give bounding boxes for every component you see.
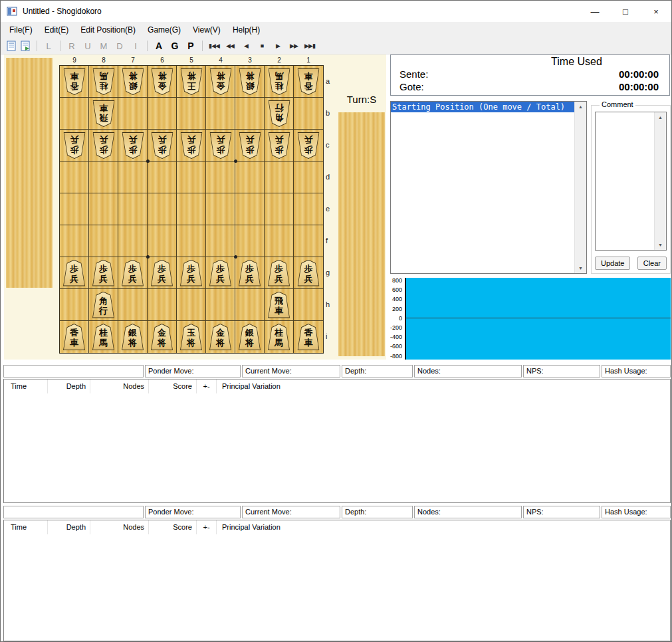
shogi-piece-gote[interactable]: 歩兵 bbox=[238, 132, 261, 159]
board-cell-9a[interactable]: 香車 bbox=[60, 66, 89, 98]
scroll-up-icon[interactable]: ▲ bbox=[575, 104, 586, 109]
toolbar-button-u[interactable]: U bbox=[80, 41, 96, 51]
board-cell-6g[interactable]: 歩兵 bbox=[148, 257, 177, 289]
comment-scrollbar[interactable]: ▲ ▼ bbox=[654, 112, 666, 250]
board-cell-1c[interactable]: 歩兵 bbox=[294, 130, 323, 161]
board-cell-9d[interactable] bbox=[60, 161, 89, 193]
menu-item-help-h[interactable]: Help(H) bbox=[227, 22, 266, 38]
board-cell-6h[interactable] bbox=[148, 289, 177, 321]
board-cell-3b[interactable] bbox=[235, 98, 265, 130]
board-cell-4h[interactable] bbox=[206, 289, 235, 321]
shogi-piece-sente[interactable]: 歩兵 bbox=[179, 260, 203, 286]
shogi-piece-gote[interactable]: 歩兵 bbox=[62, 132, 86, 159]
shogi-piece-sente[interactable]: 桂馬 bbox=[267, 324, 290, 350]
board-cell-7f[interactable] bbox=[118, 225, 148, 257]
skip-to-end-button[interactable]: ▶▶▮ bbox=[302, 43, 318, 49]
scroll-up-icon[interactable]: ▲ bbox=[655, 115, 666, 120]
menu-item-game-g[interactable]: Game(G) bbox=[142, 22, 187, 38]
shogi-piece-gote[interactable]: 飛車 bbox=[92, 100, 115, 127]
shogi-piece-gote[interactable]: 歩兵 bbox=[121, 132, 144, 159]
board-cell-5c[interactable]: 歩兵 bbox=[177, 130, 206, 161]
fast-forward-button[interactable]: ▶▶ bbox=[286, 43, 302, 49]
shogi-piece-sente[interactable]: 飛車 bbox=[267, 292, 290, 318]
shogi-piece-gote[interactable]: 銀将 bbox=[121, 68, 144, 95]
board-cell-5b[interactable] bbox=[177, 98, 206, 130]
shogi-piece-sente[interactable]: 歩兵 bbox=[238, 260, 261, 286]
column-header-depth[interactable]: Depth bbox=[48, 379, 90, 393]
shogi-piece-sente[interactable]: 銀将 bbox=[121, 324, 144, 350]
board-cell-9c[interactable]: 歩兵 bbox=[60, 130, 89, 161]
board-cell-1g[interactable]: 歩兵 bbox=[294, 257, 323, 289]
shogi-piece-sente[interactable]: 歩兵 bbox=[150, 260, 173, 286]
board-cell-1e[interactable] bbox=[294, 193, 323, 225]
board-cell-7c[interactable]: 歩兵 bbox=[118, 130, 148, 161]
board-cell-8e[interactable] bbox=[89, 193, 118, 225]
board-cell-4a[interactable]: 金将 bbox=[206, 66, 235, 98]
shogi-piece-gote[interactable]: 歩兵 bbox=[92, 132, 115, 159]
board-cell-3g[interactable]: 歩兵 bbox=[235, 257, 265, 289]
board-cell-9h[interactable] bbox=[60, 289, 89, 321]
board-cell-2b[interactable]: 角行 bbox=[265, 98, 294, 130]
menu-item-view-v[interactable]: View(V) bbox=[187, 22, 227, 38]
board-cell-6c[interactable]: 歩兵 bbox=[148, 130, 177, 161]
board-cell-4f[interactable] bbox=[206, 225, 235, 257]
shogi-piece-gote[interactable]: 歩兵 bbox=[297, 132, 320, 159]
sente-komadai[interactable] bbox=[338, 112, 385, 356]
update-button[interactable]: Update bbox=[595, 257, 630, 270]
board-cell-5a[interactable]: 王将 bbox=[177, 66, 206, 98]
shogi-piece-sente[interactable]: 銀将 bbox=[238, 324, 261, 350]
board-cell-6b[interactable] bbox=[148, 98, 177, 130]
menu-item-file-f[interactable]: File(F) bbox=[3, 22, 39, 38]
column-header-nodes[interactable]: Nodes bbox=[90, 379, 149, 393]
board-cell-9b[interactable] bbox=[60, 98, 89, 130]
shogi-piece-sente[interactable]: 金将 bbox=[209, 324, 232, 350]
shogi-piece-gote[interactable]: 金将 bbox=[209, 68, 232, 95]
shogi-piece-sente[interactable]: 歩兵 bbox=[62, 260, 86, 286]
minimize-button[interactable]: — bbox=[580, 1, 610, 22]
comment-textarea[interactable] bbox=[596, 112, 655, 250]
shogi-piece-sente[interactable]: 歩兵 bbox=[297, 260, 320, 286]
scroll-down-icon[interactable]: ▼ bbox=[655, 243, 666, 247]
board-cell-1d[interactable] bbox=[294, 161, 323, 193]
board-cell-2d[interactable] bbox=[265, 161, 294, 193]
board-cell-8a[interactable]: 桂馬 bbox=[89, 66, 118, 98]
column-header-principal-variation[interactable]: Principal Variation bbox=[217, 520, 670, 534]
board-cell-7i[interactable]: 銀将 bbox=[118, 321, 148, 353]
move-list-scrollbar[interactable]: ▲ ▼ bbox=[574, 102, 586, 273]
toolbar-button-g[interactable]: G bbox=[167, 41, 183, 51]
fast-rewind-button[interactable]: ◀◀ bbox=[222, 43, 238, 49]
shogi-piece-sente[interactable]: 歩兵 bbox=[267, 260, 290, 286]
maximize-button[interactable]: □ bbox=[610, 1, 641, 22]
toolbar-button-i[interactable]: I bbox=[128, 41, 144, 51]
board-cell-6f[interactable] bbox=[148, 225, 177, 257]
board-cell-8d[interactable] bbox=[89, 161, 118, 193]
board-cell-3i[interactable]: 銀将 bbox=[235, 321, 265, 353]
column-header-time[interactable]: Time bbox=[4, 520, 48, 534]
shogi-piece-sente[interactable]: 玉将 bbox=[179, 324, 203, 350]
gote-komadai[interactable] bbox=[6, 58, 53, 288]
board-cell-5f[interactable] bbox=[177, 225, 206, 257]
board-cell-5d[interactable] bbox=[177, 161, 206, 193]
move-list-item[interactable]: Starting Position (One move / Total) bbox=[391, 102, 575, 112]
board-cell-2e[interactable] bbox=[265, 193, 294, 225]
column-header-time[interactable]: Time bbox=[4, 379, 48, 393]
shogi-piece-gote[interactable]: 王将 bbox=[179, 68, 203, 95]
board-cell-9g[interactable]: 歩兵 bbox=[60, 257, 89, 289]
shogi-piece-gote[interactable]: 桂馬 bbox=[267, 68, 290, 95]
menu-item-edit-position-b[interactable]: Edit Position(B) bbox=[74, 22, 142, 38]
board-cell-4d[interactable] bbox=[206, 161, 235, 193]
close-button[interactable]: × bbox=[641, 1, 671, 22]
board-cell-6a[interactable]: 金将 bbox=[148, 66, 177, 98]
column-header-principal-variation[interactable]: Principal Variation bbox=[217, 379, 670, 393]
toolbar-button-d[interactable]: D bbox=[112, 41, 128, 51]
toolbar-button-a[interactable]: A bbox=[151, 41, 167, 51]
step-back-button[interactable]: ◀ bbox=[238, 43, 254, 49]
board-cell-1b[interactable] bbox=[294, 98, 323, 130]
board-cell-7g[interactable]: 歩兵 bbox=[118, 257, 148, 289]
shogi-piece-sente[interactable]: 香車 bbox=[62, 324, 86, 350]
board-cell-5i[interactable]: 玉将 bbox=[177, 321, 206, 353]
board-cell-3f[interactable] bbox=[235, 225, 265, 257]
shogi-piece-gote[interactable]: 歩兵 bbox=[179, 132, 203, 159]
board-cell-5h[interactable] bbox=[177, 289, 206, 321]
column-header-sign[interactable]: +- bbox=[197, 379, 217, 393]
